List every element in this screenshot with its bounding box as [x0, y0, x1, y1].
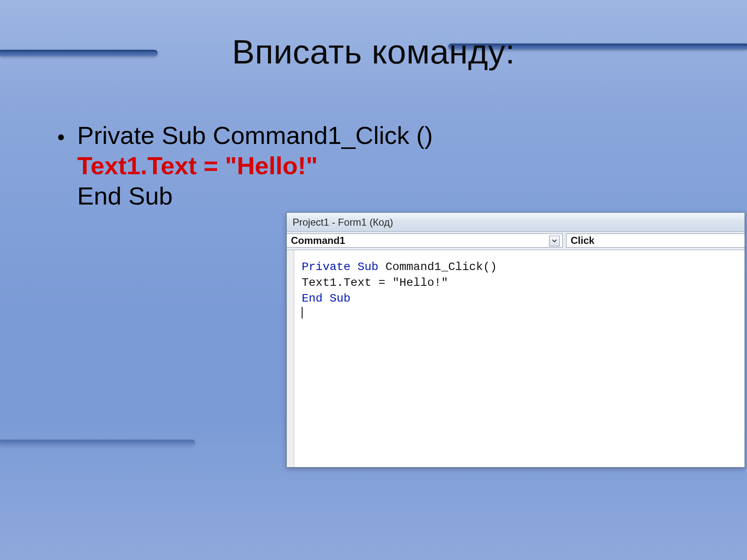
- code-line-3: End Sub: [77, 182, 173, 210]
- window-titlebar: Project1 - Form1 (Код): [287, 213, 745, 232]
- event-dropdown-value: Click: [571, 235, 594, 246]
- object-dropdown-value: Command1: [291, 235, 345, 246]
- chevron-down-icon[interactable]: [549, 236, 560, 246]
- bullet-text: Private Sub Command1_Click () Text1.Text…: [77, 120, 433, 212]
- code-editor[interactable]: Private Sub Command1_Click() Text1.Text …: [294, 250, 745, 467]
- decoration-bar: [0, 440, 195, 446]
- keyword: End: [302, 292, 322, 305]
- keyword: Private: [302, 261, 351, 273]
- code-line-1: Private Sub Command1_Click (): [77, 122, 433, 149]
- code-gutter: [287, 250, 294, 467]
- event-dropdown[interactable]: Click: [566, 234, 745, 248]
- slide-title: Вписать команду:: [0, 32, 747, 71]
- window-title: Project1 - Form1 (Код): [293, 217, 393, 228]
- keyword: Sub: [330, 292, 350, 305]
- vb-code-window: Project1 - Form1 (Код) Command1 Click Pr…: [286, 212, 745, 467]
- text-cursor: [302, 307, 303, 319]
- code-dropdown-bar: Command1 Click: [287, 232, 745, 250]
- object-dropdown[interactable]: Command1: [287, 234, 563, 248]
- code-text: Command1_Click(): [378, 261, 497, 273]
- bullet-dot-icon: [58, 134, 64, 140]
- slide-content: Private Sub Command1_Click () Text1.Text…: [58, 120, 681, 212]
- keyword: Sub: [357, 261, 378, 273]
- code-body: Private Sub Command1_Click() Text1.Text …: [287, 250, 745, 467]
- code-text: Text1.Text = "Hello!": [302, 276, 448, 289]
- code-line-2-highlight: Text1.Text = "Hello!": [77, 152, 318, 180]
- bullet-item: Private Sub Command1_Click () Text1.Text…: [58, 120, 681, 212]
